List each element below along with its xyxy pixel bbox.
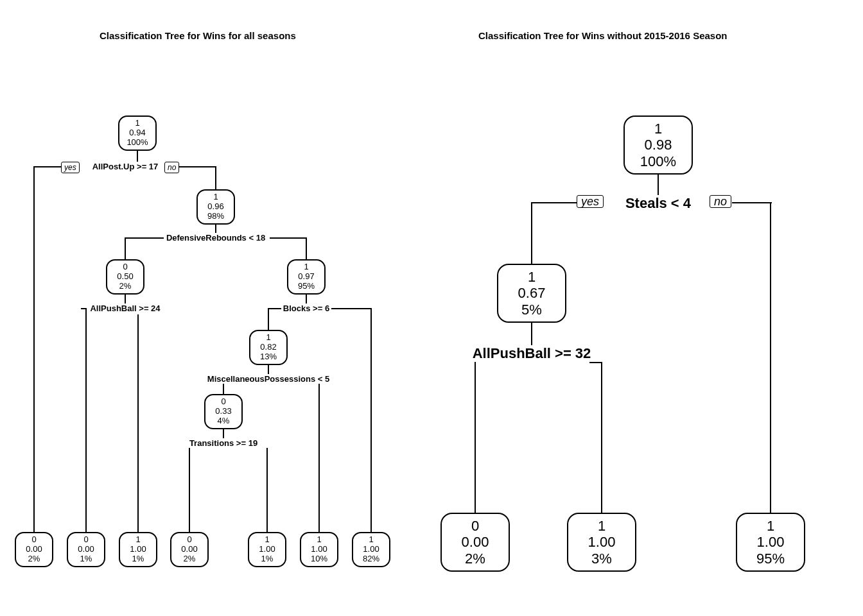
split-label: AllPushBall >= 32 [471, 345, 593, 362]
tree-leaf: 0 0.00 2% [440, 513, 510, 572]
tree-leaf: 1 1.00 10% [300, 532, 338, 567]
split-label: AllPost.Up >= 17 [91, 162, 160, 171]
tree-leaf: 1 1.00 1% [119, 532, 157, 567]
tree-leaf: 1 1.00 95% [736, 513, 805, 572]
yes-label: yes [61, 162, 80, 173]
tree-leaf: 1 1.00 3% [567, 513, 636, 572]
split-label: Transitions >= 19 [188, 438, 259, 448]
tree-node: 0 0.50 2% [106, 259, 144, 295]
split-label: DefensiveRebounds < 18 [165, 233, 266, 243]
tree-leaf: 1 1.00 1% [248, 532, 286, 567]
no-label: no [710, 195, 731, 208]
right-tree-title: Classification Tree for Wins without 201… [478, 30, 728, 41]
tree-leaf: 0 0.00 1% [67, 532, 105, 567]
tree-node: 1 0.94 100% [118, 116, 157, 151]
split-label: AllPushBall >= 24 [89, 304, 161, 313]
split-label: Steals < 4 [624, 195, 692, 212]
tree-leaf: 0 0.00 2% [15, 532, 53, 567]
tree-node: 1 0.67 5% [497, 264, 566, 323]
tree-leaf: 1 1.00 82% [352, 532, 390, 567]
tree-node: 1 0.98 100% [623, 116, 693, 175]
diagram-canvas: Classification Tree for Wins for all sea… [0, 0, 863, 616]
tree-leaf: 0 0.00 2% [170, 532, 209, 567]
no-label: no [164, 162, 179, 173]
split-label: MiscellaneousPossessions < 5 [206, 374, 331, 384]
tree-node: 1 0.96 98% [196, 189, 235, 225]
split-label: Blocks >= 6 [282, 304, 331, 313]
yes-label: yes [577, 195, 604, 208]
tree-node: 1 0.97 95% [287, 259, 326, 295]
tree-node: 0 0.33 4% [204, 394, 243, 429]
tree-node: 1 0.82 13% [249, 330, 288, 365]
left-tree-title: Classification Tree for Wins for all sea… [100, 30, 296, 41]
